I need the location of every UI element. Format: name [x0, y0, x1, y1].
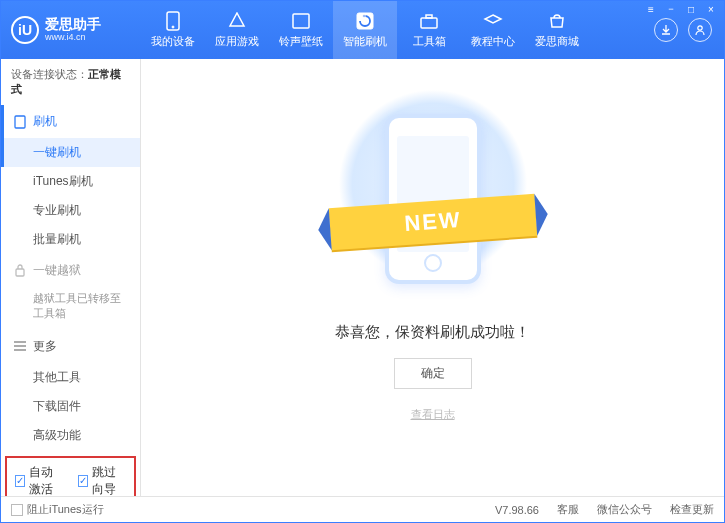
- nav-label: 应用游戏: [215, 34, 259, 49]
- nav-ringtones[interactable]: 铃声壁纸: [269, 1, 333, 59]
- nav-store[interactable]: 爱思商城: [525, 1, 589, 59]
- svg-rect-2: [293, 14, 309, 28]
- sidebar-item-oneclick-flash[interactable]: 一键刷机: [1, 138, 140, 167]
- titlebar: ≡ － □ × iU 爱思助手 www.i4.cn 我的设备 应用游戏 铃声壁纸: [1, 1, 724, 59]
- checkbox-icon: ✓: [15, 475, 25, 487]
- nav-label: 智能刷机: [343, 34, 387, 49]
- logo-icon: iU: [11, 16, 39, 44]
- app-window: ≡ － □ × iU 爱思助手 www.i4.cn 我的设备 应用游戏 铃声壁纸: [0, 0, 725, 523]
- sidebar-item-download-firmware[interactable]: 下载固件: [1, 392, 140, 421]
- block-itunes-checkbox[interactable]: ✓ 阻止iTunes运行: [11, 502, 104, 517]
- main-content: NEW 恭喜您，保资料刷机成功啦！ 确定 查看日志: [141, 59, 724, 496]
- minimize-button[interactable]: －: [664, 3, 678, 15]
- sidebar-header-flash[interactable]: 刷机: [1, 105, 140, 138]
- svg-point-1: [172, 26, 174, 28]
- checkbox-label: 自动激活: [29, 464, 64, 496]
- sidebar-item-pro-flash[interactable]: 专业刷机: [1, 196, 140, 225]
- more-icon: [13, 339, 27, 353]
- ok-button[interactable]: 确定: [394, 358, 472, 389]
- sidebar-header-more[interactable]: 更多: [1, 330, 140, 363]
- nav-apps[interactable]: 应用游戏: [205, 1, 269, 59]
- options-highlight-box: ✓ 自动激活 ✓ 跳过向导: [5, 456, 136, 496]
- close-button[interactable]: ×: [704, 3, 718, 15]
- menu-button[interactable]: ≡: [644, 3, 658, 15]
- sidebar-header-label: 一键越狱: [33, 262, 81, 279]
- window-controls: ≡ － □ ×: [644, 3, 718, 15]
- nav-label: 我的设备: [151, 34, 195, 49]
- customer-service-link[interactable]: 客服: [557, 502, 579, 517]
- nav-label: 工具箱: [413, 34, 446, 49]
- checkbox-icon: ✓: [11, 504, 23, 516]
- sidebar-item-other-tools[interactable]: 其他工具: [1, 363, 140, 392]
- checkbox-label: 阻止iTunes运行: [27, 502, 104, 517]
- sidebar-item-itunes-flash[interactable]: iTunes刷机: [1, 167, 140, 196]
- logo-title: 爱思助手: [45, 17, 101, 32]
- nav-label: 教程中心: [471, 34, 515, 49]
- sidebar: 设备连接状态：正常模式 刷机 一键刷机 iTunes刷机 专业刷机 批量刷机 一…: [1, 59, 141, 496]
- svg-rect-4: [421, 18, 437, 28]
- phone-illustration: NEW: [358, 99, 508, 299]
- maximize-button[interactable]: □: [684, 3, 698, 15]
- footer: ✓ 阻止iTunes运行 V7.98.66 客服 微信公众号 检查更新: [1, 496, 724, 522]
- sidebar-item-batch-flash[interactable]: 批量刷机: [1, 225, 140, 254]
- nav-label: 爱思商城: [535, 34, 579, 49]
- checkbox-icon: ✓: [78, 475, 88, 487]
- check-update-link[interactable]: 检查更新: [670, 502, 714, 517]
- svg-rect-5: [426, 15, 432, 18]
- status-label: 设备连接状态：: [11, 68, 88, 80]
- sidebar-header-label: 刷机: [33, 113, 57, 130]
- svg-point-6: [698, 26, 702, 30]
- auto-activate-checkbox[interactable]: ✓ 自动激活: [15, 464, 64, 496]
- body: 设备连接状态：正常模式 刷机 一键刷机 iTunes刷机 专业刷机 批量刷机 一…: [1, 59, 724, 496]
- success-message: 恭喜您，保资料刷机成功啦！: [335, 323, 530, 342]
- connection-status: 设备连接状态：正常模式: [1, 59, 140, 105]
- lock-icon: [13, 264, 27, 278]
- apps-icon: [227, 11, 247, 31]
- logo-subtitle: www.i4.cn: [45, 33, 101, 43]
- titlebar-right: [642, 18, 724, 42]
- user-button[interactable]: [688, 18, 712, 42]
- svg-rect-8: [16, 269, 24, 276]
- nav-toolbox[interactable]: 工具箱: [397, 1, 461, 59]
- version-label: V7.98.66: [495, 504, 539, 516]
- graduation-icon: [483, 11, 503, 31]
- refresh-icon: [355, 11, 375, 31]
- svg-rect-7: [15, 116, 25, 128]
- checkbox-label: 跳过向导: [92, 464, 127, 496]
- main-nav: 我的设备 应用游戏 铃声壁纸 智能刷机 工具箱 教程中心: [141, 1, 642, 59]
- phone-icon: [163, 11, 183, 31]
- jailbreak-note: 越狱工具已转移至工具箱: [1, 287, 140, 330]
- nav-tutorials[interactable]: 教程中心: [461, 1, 525, 59]
- wallpaper-icon: [291, 11, 311, 31]
- store-icon: [547, 11, 567, 31]
- nav-label: 铃声壁纸: [279, 34, 323, 49]
- view-log-link[interactable]: 查看日志: [411, 407, 455, 422]
- sidebar-item-advanced[interactable]: 高级功能: [1, 421, 140, 450]
- download-button[interactable]: [654, 18, 678, 42]
- toolbox-icon: [419, 11, 439, 31]
- skip-guide-checkbox[interactable]: ✓ 跳过向导: [78, 464, 127, 496]
- flash-icon: [13, 115, 27, 129]
- sidebar-header-jailbreak[interactable]: 一键越狱: [1, 254, 140, 287]
- wechat-link[interactable]: 微信公众号: [597, 502, 652, 517]
- nav-my-device[interactable]: 我的设备: [141, 1, 205, 59]
- sidebar-header-label: 更多: [33, 338, 57, 355]
- nav-smart-flash[interactable]: 智能刷机: [333, 1, 397, 59]
- logo-area: iU 爱思助手 www.i4.cn: [1, 16, 141, 44]
